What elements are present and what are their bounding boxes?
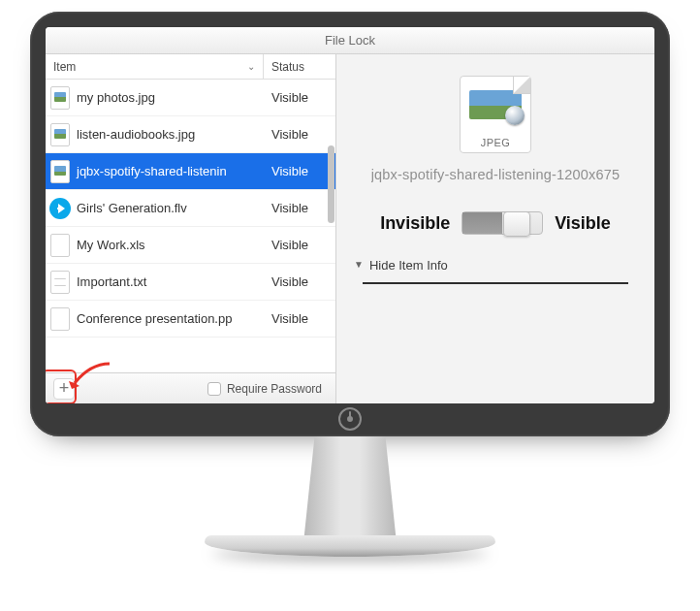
window-title: File Lock xyxy=(325,33,375,48)
file-status: Visible xyxy=(264,311,335,326)
table-header: Item ⌄ Status xyxy=(46,54,335,80)
detail-separator xyxy=(363,282,628,284)
table-row[interactable]: listen-audiobooks.jpgVisible xyxy=(46,116,335,153)
jpeg-file-icon xyxy=(46,86,75,110)
file-name: Girls' Generation.flv xyxy=(75,201,264,215)
invisible-label: Invisible xyxy=(380,213,450,234)
table-row[interactable]: my photos.jpgVisible xyxy=(46,80,335,116)
txt-file-icon xyxy=(46,271,75,294)
flv-file-icon xyxy=(46,198,75,219)
preview-magnifier-icon xyxy=(505,106,525,125)
table-row[interactable]: Important.txtVisible xyxy=(46,264,335,301)
file-status: Visible xyxy=(264,274,335,289)
hide-item-info-disclosure[interactable]: ▼ Hide Item Info xyxy=(354,258,448,273)
require-password-label: Require Password xyxy=(227,382,322,396)
sort-chevron-icon: ⌄ xyxy=(247,61,255,72)
file-list[interactable]: my photos.jpgVisiblelisten-audiobooks.jp… xyxy=(46,80,335,372)
imac-neck xyxy=(303,436,397,543)
imac-monitor: File Lock Item ⌄ Status my photos.jpgVis… xyxy=(30,12,670,436)
detail-pane: JPEG jqbx-spotify-shared-listening-1200x… xyxy=(336,54,654,403)
file-status: Visible xyxy=(264,90,335,105)
table-row[interactable]: Girls' Generation.flvVisible xyxy=(46,190,335,227)
table-row[interactable]: jqbx-spotify-shared-listeninVisible xyxy=(46,153,335,190)
jpeg-file-icon xyxy=(46,123,75,146)
file-preview-icon: JPEG xyxy=(460,76,531,153)
left-footer: + Require Password xyxy=(46,372,335,403)
file-status: Visible xyxy=(264,201,335,215)
table-row[interactable]: Conference presentation.ppVisible xyxy=(46,301,335,338)
titlebar: File Lock xyxy=(46,27,654,54)
file-status: Visible xyxy=(264,238,335,252)
detail-filename: jqbx-spotify-shared-listening-1200x675 xyxy=(371,167,620,182)
file-name: my photos.jpg xyxy=(75,90,264,105)
jpeg-file-icon xyxy=(46,160,75,183)
file-type-label: JPEG xyxy=(481,137,511,148)
file-status: Visible xyxy=(264,164,335,178)
file-name: My Work.xls xyxy=(75,238,264,252)
scrollbar-thumb[interactable] xyxy=(328,145,334,223)
column-header-status[interactable]: Status xyxy=(264,54,335,79)
file-name: Important.txt xyxy=(75,274,264,289)
blank-file-icon xyxy=(46,307,75,331)
require-password-option[interactable]: Require Password xyxy=(207,382,322,396)
app-window: File Lock Item ⌄ Status my photos.jpgVis… xyxy=(46,27,654,403)
monitor-logo-icon xyxy=(338,407,362,431)
imac-base xyxy=(205,535,495,557)
file-name: listen-audiobooks.jpg xyxy=(75,127,264,142)
blank-file-icon xyxy=(46,234,75,257)
disclosure-triangle-icon: ▼ xyxy=(354,259,364,270)
file-name: jqbx-spotify-shared-listenin xyxy=(75,164,264,178)
require-password-checkbox[interactable] xyxy=(207,382,221,396)
visibility-toggle-row: Invisible Visible xyxy=(380,211,611,235)
visible-label: Visible xyxy=(555,213,611,234)
column-header-item[interactable]: Item ⌄ xyxy=(46,54,264,79)
file-status: Visible xyxy=(264,127,335,142)
add-button[interactable]: + xyxy=(53,378,75,400)
file-name: Conference presentation.pp xyxy=(75,311,264,326)
left-pane: Item ⌄ Status my photos.jpgVisiblelisten… xyxy=(46,54,336,403)
table-row[interactable]: My Work.xlsVisible xyxy=(46,227,335,264)
visibility-switch[interactable] xyxy=(461,211,543,235)
content-area: Item ⌄ Status my photos.jpgVisiblelisten… xyxy=(46,54,654,403)
